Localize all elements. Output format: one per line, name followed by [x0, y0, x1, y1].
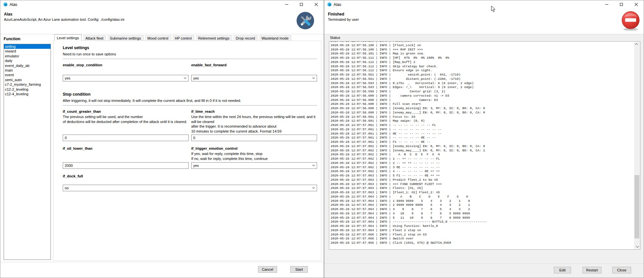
enable-fast-forward-select[interactable]: yes [191, 75, 317, 81]
window-title: Alas [10, 2, 17, 7]
if-dock-full-select[interactable]: no [63, 185, 317, 191]
log-line: 2020-05-28 12:07:57.062 | INFO | 3 0E --… [331, 166, 640, 170]
if-time-reach-input[interactable]: 0 [191, 135, 317, 141]
section-desc: Need to run once to save options [63, 52, 317, 56]
log-line: 2020-05-28 12:07:57.064 | INFO | Fleet 2… [331, 229, 640, 233]
mouse-cursor [491, 6, 496, 13]
close-button[interactable] [629, 0, 644, 9]
log-box[interactable]: 2020-05-28 12:07:56.100 | INFO | fleet_l… [329, 41, 640, 250]
close-dialog-button[interactable]: Close [612, 267, 631, 273]
footer-divider [324, 263, 644, 264]
log-line: 2020-05-28 12:07:56.600 | INFO | Full sc… [331, 102, 640, 107]
log-line: 2020-05-28 12:07:57.064 | INFO | 5 11 10… [331, 216, 640, 220]
tab[interactable]: Mood control [145, 35, 171, 41]
if-oil-lower-than-input[interactable]: 2000 [63, 162, 189, 169]
function-list[interactable]: setting reward emulator daily event_dail… [4, 44, 51, 260]
log-line: 2020-05-28 12:07:56.112 | INFO | [Map_bu… [331, 60, 640, 65]
section-desc: After triggering, it will not stop immed… [63, 99, 317, 103]
function-panel-title: Function [4, 37, 20, 41]
tab[interactable]: Attack fleet [83, 35, 106, 41]
function-list-item[interactable]: semi_auto [4, 77, 51, 82]
log-line: 2020-05-28 12:07:57.066 | INFO | Fleet_2… [331, 233, 640, 237]
tab[interactable]: Wasteland mode [259, 35, 291, 41]
function-list-item[interactable]: c12-4_leveling [4, 92, 51, 96]
select-value: no [65, 186, 69, 190]
titlebar[interactable]: Alas [324, 0, 644, 9]
status-panel: Status 2020-05-28 12:07:56.100 | INFO | … [324, 34, 644, 278]
log-line: 2020-05-28 12:07:57.063 | INFO | <<< FIN… [331, 182, 640, 187]
page-subtitle: AzurLaneAutoScript, An Azur Lane automat… [4, 17, 124, 21]
function-list-item[interactable]: c12-2_leveling [4, 87, 51, 92]
tab[interactable]: Retirement settings [196, 35, 232, 41]
log-line: 2020-05-28 12:07:57.064 | INFO | 1 9999 … [331, 199, 640, 203]
field-label: enable_stop_condition [63, 63, 189, 67]
log-line: 2020-05-28 12:07:56.600 | INFO | Camera:… [331, 98, 640, 103]
log-line: 2020-05-28 12:07:57.064 | INFO | 3 9 8 7… [331, 207, 640, 212]
start-button[interactable]: Start [290, 266, 308, 273]
function-list-item[interactable]: c7-2_mystery_farming [4, 82, 51, 87]
alas-logo-icon [327, 2, 332, 7]
select-value: yes [193, 164, 199, 168]
log-line: 2020-05-28 12:07:57.062 | INFO | [enemy_… [331, 149, 640, 153]
chevron-down-icon [312, 165, 315, 167]
function-list-item[interactable]: emulator [4, 54, 51, 58]
log-line: 2020-05-28 12:07:57.066 | INFO | Click (… [331, 241, 640, 245]
if-trigger-emotion-control-select[interactable]: yes [191, 162, 317, 169]
select-value: yes [65, 76, 70, 80]
function-list-item[interactable]: main [4, 68, 51, 73]
scroll-down-button[interactable] [634, 244, 640, 249]
field-label: if_oil_lower_than [63, 146, 189, 150]
log-line: 2020-05-28 12:07:56.100 | INFO | [Fleet_… [331, 44, 640, 48]
function-list-item[interactable]: event_daily_ab [4, 63, 51, 68]
tab[interactable]: HP control [172, 35, 194, 41]
minimize-button[interactable] [599, 0, 614, 9]
log-line: 2020-05-28 12:07:57.061 | INFO | -- -- -… [331, 128, 640, 132]
maximize-button[interactable] [614, 0, 629, 9]
log-output: 2020-05-28 12:07:56.100 | INFO | fleet_l… [331, 41, 640, 245]
log-line: 2020-05-28 12:07:57.061 | INFO | -- -- -… [331, 123, 640, 128]
scroll-up-button[interactable] [634, 42, 640, 47]
log-line: 2020-05-28 12:07:57.063 | INFO | 5 F1 --… [331, 174, 640, 178]
edit-button[interactable]: Edit [554, 267, 571, 273]
log-scrollbar[interactable] [634, 42, 640, 249]
function-list-item[interactable]: daily [4, 58, 51, 63]
tab[interactable]: Submarine settings [108, 35, 144, 41]
log-line: 2020-05-28 12:07:56.600 | INFO | camera … [331, 94, 640, 98]
function-list-item[interactable]: event [4, 73, 51, 77]
maximize-icon [300, 3, 303, 6]
tab[interactable]: Drop record [233, 35, 258, 41]
log-line: 2020-05-28 12:07:57.062 | INFO | [enemy_… [331, 144, 640, 149]
close-button[interactable] [309, 0, 324, 9]
log-line: 2020-05-28 12:07:57.062 | INFO | A B C D… [331, 153, 640, 157]
log-line: 2020-05-28 12:07:57.064 | INFO | -------… [331, 220, 640, 224]
enable-stop-condition-select[interactable]: yes [63, 75, 189, 81]
scrollbar-thumb[interactable] [634, 175, 639, 238]
window-title: Alas [334, 2, 341, 7]
header: Finished Terminated by user [324, 9, 644, 34]
field-if-time-reach: if_time_reach Use the time within the ne… [191, 109, 317, 141]
log-line: 2020-05-28 12:07:57.066 | INFO | Switch … [331, 237, 640, 241]
tab[interactable]: Level settings [54, 34, 82, 41]
restart-button[interactable]: Restart [583, 267, 601, 273]
cancel-button[interactable]: Cancel [258, 266, 277, 273]
maximize-button[interactable] [294, 0, 309, 9]
alas-logo-icon [3, 2, 8, 7]
if-count-greater-than-input[interactable]: 0 [63, 135, 189, 141]
log-line: 2020-05-28 12:07:56.112 | INFO | Ensure … [331, 69, 640, 73]
function-list-item[interactable]: setting [4, 44, 51, 49]
field-enable-stop-condition: enable_stop_condition yes [63, 63, 189, 81]
divider [63, 59, 317, 59]
header: Alas AzurLaneAutoScript, An Azur Lane au… [0, 9, 324, 34]
field-label: enable_fast_forward [191, 63, 317, 67]
log-line: 2020-05-28 12:07:57.062 | INFO | 2 -- ++… [331, 161, 640, 166]
field-if-trigger-emotion-control: if_trigger_emotion_control If yes, wait … [191, 146, 317, 169]
chevron-down-icon [636, 244, 639, 248]
log-line: 2020-05-28 12:07:56.593 | INFO | Edges: … [331, 85, 640, 90]
log-line: 2020-05-28 12:07:56.561 | INFO | vanish_… [331, 73, 640, 77]
function-list-item[interactable]: reward [4, 49, 51, 53]
titlebar[interactable]: Alas [0, 0, 324, 9]
minimize-button[interactable] [279, 0, 294, 9]
field-label: if_count_greater_than [63, 109, 189, 113]
section-heading: Stop condition [63, 92, 317, 97]
status-subtitle: Terminated by user [328, 17, 359, 21]
